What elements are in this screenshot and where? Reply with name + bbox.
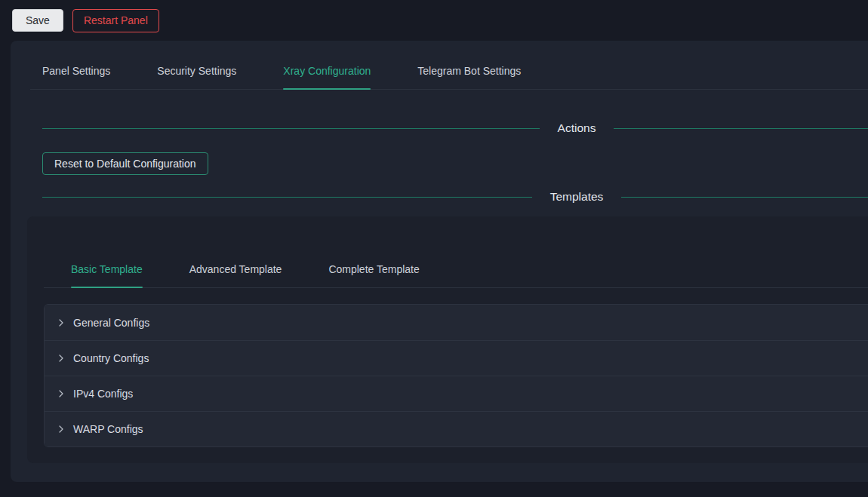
template-tabs: Basic Template Advanced Template Complet…	[44, 262, 868, 288]
actions-divider-label: Actions	[558, 121, 596, 135]
topbar: Save Restart Panel	[0, 0, 868, 41]
collapse-item-label: IPv4 Configs	[73, 388, 133, 400]
collapse-item-label: General Configs	[73, 317, 149, 329]
tab-complete-template[interactable]: Complete Template	[328, 262, 419, 287]
settings-tabs: Panel Settings Security Settings Xray Co…	[30, 63, 868, 90]
templates-divider: Templates	[42, 190, 868, 204]
collapse-item-label: WARP Configs	[73, 423, 143, 435]
actions-section: Reset to Default Configuration	[42, 152, 868, 175]
tab-security-settings[interactable]: Security Settings	[157, 63, 236, 89]
collapse-item-label: Country Configs	[73, 352, 149, 364]
save-button[interactable]: Save	[12, 9, 63, 32]
collapse-warp-configs[interactable]: WARP Configs	[45, 411, 868, 446]
template-collapse: General Configs Country Configs IPv4 Con…	[44, 304, 868, 447]
actions-divider: Actions	[42, 121, 868, 135]
chevron-right-icon	[57, 425, 66, 434]
reset-default-config-button[interactable]: Reset to Default Configuration	[42, 152, 208, 175]
collapse-general-configs[interactable]: General Configs	[45, 305, 868, 340]
tab-advanced-template[interactable]: Advanced Template	[189, 262, 282, 287]
tab-telegram-bot-settings[interactable]: Telegram Bot Settings	[417, 63, 521, 89]
tab-panel-settings[interactable]: Panel Settings	[42, 63, 110, 89]
templates-card: Basic Template Advanced Template Complet…	[27, 216, 868, 463]
chevron-right-icon	[57, 389, 66, 398]
tab-basic-template[interactable]: Basic Template	[71, 262, 143, 287]
tab-xray-configuration[interactable]: Xray Configuration	[283, 63, 371, 89]
chevron-right-icon	[57, 354, 66, 363]
settings-card: Panel Settings Security Settings Xray Co…	[11, 41, 868, 482]
templates-divider-label: Templates	[550, 190, 604, 204]
chevron-right-icon	[57, 318, 66, 327]
restart-panel-button[interactable]: Restart Panel	[72, 9, 159, 32]
collapse-ipv4-configs[interactable]: IPv4 Configs	[45, 376, 868, 411]
collapse-country-configs[interactable]: Country Configs	[45, 340, 868, 376]
